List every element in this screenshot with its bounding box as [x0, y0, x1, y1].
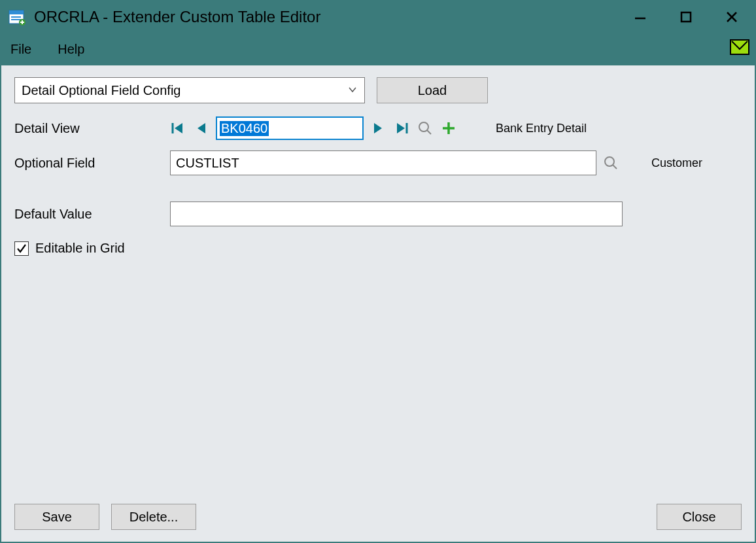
footer-buttons: Save Delete... Close	[14, 504, 742, 530]
svg-marker-12	[175, 123, 182, 133]
close-button[interactable]	[709, 1, 755, 33]
svg-rect-1	[9, 10, 24, 14]
detail-view-label: Detail View	[14, 121, 170, 136]
window-controls	[617, 1, 755, 33]
detail-view-value: BK0460	[220, 121, 269, 136]
table-select[interactable]: Detail Optional Field Config	[14, 77, 365, 103]
search-icon[interactable]	[417, 120, 433, 136]
client-area: Detail Optional Field Config Load Detail…	[1, 65, 755, 542]
prev-record-icon[interactable]	[194, 120, 209, 136]
svg-marker-14	[374, 123, 382, 133]
app-icon	[8, 8, 26, 26]
menu-help[interactable]: Help	[58, 42, 84, 57]
svg-marker-13	[198, 123, 205, 133]
chevron-down-icon	[347, 83, 358, 98]
default-value-label: Default Value	[14, 207, 170, 222]
last-record-icon[interactable]	[394, 120, 409, 136]
window-title: ORCRLA - Extender Custom Table Editor	[34, 8, 617, 26]
menu-file[interactable]: File	[10, 42, 31, 57]
default-value-input[interactable]	[170, 201, 623, 226]
svg-line-22	[613, 165, 617, 169]
delete-button-label: Delete...	[129, 510, 178, 525]
detail-view-input[interactable]: BK0460	[216, 116, 364, 140]
svg-marker-15	[397, 123, 405, 133]
svg-rect-8	[681, 12, 691, 22]
minimize-button[interactable]	[617, 1, 663, 33]
add-icon[interactable]	[441, 120, 456, 136]
close-button-label: Close	[682, 510, 715, 525]
detail-view-desc: Bank Entry Detail	[496, 122, 587, 135]
svg-point-21	[605, 157, 614, 166]
save-button-label: Save	[42, 510, 72, 525]
svg-point-17	[419, 122, 428, 131]
maximize-button[interactable]	[663, 1, 709, 33]
svg-line-18	[427, 130, 431, 134]
optional-field-value: CUSTLIST	[176, 156, 239, 171]
optional-field-input[interactable]: CUSTLIST	[170, 150, 596, 175]
optional-field-search-icon[interactable]	[603, 155, 619, 171]
load-button-label: Load	[418, 83, 447, 98]
load-button[interactable]: Load	[377, 77, 488, 103]
close-button-footer[interactable]: Close	[657, 504, 742, 530]
editable-in-grid-label: Editable in Grid	[35, 241, 125, 256]
titlebar: ORCRLA - Extender Custom Table Editor	[1, 1, 755, 33]
menubar: File Help	[1, 33, 755, 65]
table-select-value: Detail Optional Field Config	[22, 83, 180, 98]
next-record-icon[interactable]	[370, 120, 386, 136]
delete-button[interactable]: Delete...	[111, 504, 196, 530]
editable-in-grid-checkbox[interactable]	[14, 241, 29, 256]
save-button[interactable]: Save	[14, 504, 99, 530]
app-window: ORCRLA - Extender Custom Table Editor Fi…	[0, 0, 756, 543]
first-record-icon[interactable]	[170, 120, 186, 136]
optional-field-desc: Customer	[651, 156, 702, 170]
mail-icon[interactable]	[730, 39, 749, 55]
optional-field-label: Optional Field	[14, 156, 170, 171]
